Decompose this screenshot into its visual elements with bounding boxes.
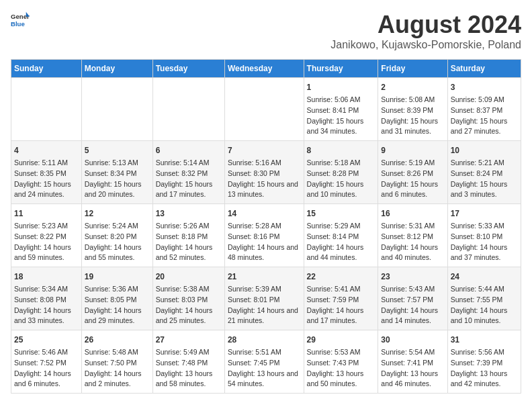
calendar-cell: 19Sunrise: 5:36 AMSunset: 8:05 PMDayligh… bbox=[81, 267, 152, 330]
calendar-cell: 20Sunrise: 5:38 AMSunset: 8:03 PMDayligh… bbox=[152, 267, 224, 330]
day-number: 6 bbox=[156, 144, 222, 156]
day-number: 21 bbox=[228, 271, 301, 283]
day-info: Sunrise: 5:38 AMSunset: 8:03 PMDaylight:… bbox=[156, 284, 222, 326]
calendar-cell bbox=[81, 78, 152, 141]
calendar-cell: 2Sunrise: 5:08 AMSunset: 8:39 PMDaylight… bbox=[378, 78, 447, 141]
col-header-friday: Friday bbox=[378, 60, 447, 78]
day-info: Sunrise: 5:29 AMSunset: 8:14 PMDaylight:… bbox=[307, 221, 375, 263]
day-number: 7 bbox=[228, 144, 301, 156]
day-number: 2 bbox=[381, 81, 444, 93]
calendar-week-row: 25Sunrise: 5:46 AMSunset: 7:52 PMDayligh… bbox=[11, 330, 521, 394]
day-number: 10 bbox=[451, 144, 518, 156]
calendar-cell: 24Sunrise: 5:44 AMSunset: 7:55 PMDayligh… bbox=[447, 267, 521, 330]
calendar-cell: 10Sunrise: 5:21 AMSunset: 8:24 PMDayligh… bbox=[447, 141, 521, 204]
day-info: Sunrise: 5:06 AMSunset: 8:41 PMDaylight:… bbox=[307, 95, 375, 137]
day-info: Sunrise: 5:56 AMSunset: 7:39 PMDaylight:… bbox=[451, 347, 518, 390]
calendar-cell: 30Sunrise: 5:54 AMSunset: 7:41 PMDayligh… bbox=[378, 330, 447, 394]
calendar-cell: 13Sunrise: 5:26 AMSunset: 8:18 PMDayligh… bbox=[152, 204, 224, 267]
day-info: Sunrise: 5:41 AMSunset: 7:59 PMDaylight:… bbox=[307, 284, 375, 326]
day-number: 14 bbox=[228, 208, 301, 220]
day-number: 23 bbox=[381, 271, 444, 283]
day-number: 28 bbox=[228, 334, 301, 346]
calendar-cell: 29Sunrise: 5:53 AMSunset: 7:43 PMDayligh… bbox=[304, 330, 378, 394]
day-info: Sunrise: 5:39 AMSunset: 8:01 PMDaylight:… bbox=[228, 284, 301, 326]
col-header-wednesday: Wednesday bbox=[224, 60, 304, 78]
day-number: 27 bbox=[156, 334, 222, 346]
day-info: Sunrise: 5:36 AMSunset: 8:05 PMDaylight:… bbox=[85, 284, 150, 326]
day-info: Sunrise: 5:48 AMSunset: 7:50 PMDaylight:… bbox=[85, 347, 150, 390]
col-header-saturday: Saturday bbox=[447, 60, 521, 78]
day-number: 9 bbox=[381, 144, 444, 156]
day-info: Sunrise: 5:43 AMSunset: 7:57 PMDaylight:… bbox=[381, 284, 444, 326]
day-number: 31 bbox=[451, 334, 518, 346]
calendar-cell: 26Sunrise: 5:48 AMSunset: 7:50 PMDayligh… bbox=[81, 330, 152, 394]
calendar-cell: 18Sunrise: 5:34 AMSunset: 8:08 PMDayligh… bbox=[11, 267, 82, 330]
day-info: Sunrise: 5:28 AMSunset: 8:16 PMDaylight:… bbox=[228, 221, 301, 263]
day-info: Sunrise: 5:26 AMSunset: 8:18 PMDaylight:… bbox=[156, 221, 222, 263]
day-info: Sunrise: 5:54 AMSunset: 7:41 PMDaylight:… bbox=[381, 347, 444, 390]
calendar-cell: 3Sunrise: 5:09 AMSunset: 8:37 PMDaylight… bbox=[447, 78, 521, 141]
day-number: 19 bbox=[85, 271, 150, 283]
calendar-cell: 16Sunrise: 5:31 AMSunset: 8:12 PMDayligh… bbox=[378, 204, 447, 267]
col-header-tuesday: Tuesday bbox=[152, 60, 224, 78]
day-number: 5 bbox=[85, 144, 150, 156]
calendar-cell: 9Sunrise: 5:19 AMSunset: 8:26 PMDaylight… bbox=[378, 141, 447, 204]
calendar-cell bbox=[11, 78, 82, 141]
logo-icon: General Blue bbox=[11, 11, 30, 30]
svg-text:Blue: Blue bbox=[11, 20, 25, 28]
page-header: General Blue August 2024 Janikowo, Kujaw… bbox=[11, 11, 521, 51]
col-header-thursday: Thursday bbox=[304, 60, 378, 78]
day-info: Sunrise: 5:09 AMSunset: 8:37 PMDaylight:… bbox=[451, 95, 518, 137]
day-info: Sunrise: 5:21 AMSunset: 8:24 PMDaylight:… bbox=[451, 158, 518, 200]
calendar-cell: 6Sunrise: 5:14 AMSunset: 8:32 PMDaylight… bbox=[152, 141, 224, 204]
day-info: Sunrise: 5:19 AMSunset: 8:26 PMDaylight:… bbox=[381, 158, 444, 200]
calendar-week-row: 1Sunrise: 5:06 AMSunset: 8:41 PMDaylight… bbox=[11, 78, 521, 141]
day-number: 30 bbox=[381, 334, 444, 346]
day-info: Sunrise: 5:11 AMSunset: 8:35 PMDaylight:… bbox=[14, 158, 79, 200]
day-info: Sunrise: 5:18 AMSunset: 8:28 PMDaylight:… bbox=[307, 158, 375, 200]
day-number: 3 bbox=[451, 81, 518, 93]
calendar-cell: 23Sunrise: 5:43 AMSunset: 7:57 PMDayligh… bbox=[378, 267, 447, 330]
day-info: Sunrise: 5:14 AMSunset: 8:32 PMDaylight:… bbox=[156, 158, 222, 200]
day-info: Sunrise: 5:44 AMSunset: 7:55 PMDaylight:… bbox=[451, 284, 518, 326]
day-info: Sunrise: 5:53 AMSunset: 7:43 PMDaylight:… bbox=[307, 347, 375, 390]
day-number: 13 bbox=[156, 208, 222, 220]
day-number: 4 bbox=[14, 144, 79, 156]
calendar-cell: 7Sunrise: 5:16 AMSunset: 8:30 PMDaylight… bbox=[224, 141, 304, 204]
calendar-cell bbox=[224, 78, 304, 141]
day-number: 25 bbox=[14, 334, 79, 346]
calendar-week-row: 4Sunrise: 5:11 AMSunset: 8:35 PMDaylight… bbox=[11, 141, 521, 204]
calendar-cell: 14Sunrise: 5:28 AMSunset: 8:16 PMDayligh… bbox=[224, 204, 304, 267]
day-info: Sunrise: 5:08 AMSunset: 8:39 PMDaylight:… bbox=[381, 95, 444, 137]
day-info: Sunrise: 5:33 AMSunset: 8:10 PMDaylight:… bbox=[451, 221, 518, 263]
day-number: 26 bbox=[85, 334, 150, 346]
day-number: 22 bbox=[307, 271, 375, 283]
day-info: Sunrise: 5:24 AMSunset: 8:20 PMDaylight:… bbox=[85, 221, 150, 263]
calendar-week-row: 18Sunrise: 5:34 AMSunset: 8:08 PMDayligh… bbox=[11, 267, 521, 330]
day-number: 29 bbox=[307, 334, 375, 346]
calendar-week-row: 11Sunrise: 5:23 AMSunset: 8:22 PMDayligh… bbox=[11, 204, 521, 267]
title-block: August 2024 Janikowo, Kujawsko-Pomorskie… bbox=[330, 11, 521, 51]
day-info: Sunrise: 5:31 AMSunset: 8:12 PMDaylight:… bbox=[381, 221, 444, 263]
calendar-cell bbox=[152, 78, 224, 141]
logo: General Blue bbox=[11, 11, 30, 30]
day-info: Sunrise: 5:23 AMSunset: 8:22 PMDaylight:… bbox=[14, 221, 79, 263]
day-number: 20 bbox=[156, 271, 222, 283]
calendar-cell: 21Sunrise: 5:39 AMSunset: 8:01 PMDayligh… bbox=[224, 267, 304, 330]
calendar-table: SundayMondayTuesdayWednesdayThursdayFrid… bbox=[11, 59, 521, 394]
calendar-header-row: SundayMondayTuesdayWednesdayThursdayFrid… bbox=[11, 60, 521, 78]
day-info: Sunrise: 5:49 AMSunset: 7:48 PMDaylight:… bbox=[156, 347, 222, 390]
location-subtitle: Janikowo, Kujawsko-Pomorskie, Poland bbox=[330, 39, 521, 51]
calendar-cell: 1Sunrise: 5:06 AMSunset: 8:41 PMDaylight… bbox=[304, 78, 378, 141]
calendar-cell: 17Sunrise: 5:33 AMSunset: 8:10 PMDayligh… bbox=[447, 204, 521, 267]
day-number: 24 bbox=[451, 271, 518, 283]
calendar-cell: 15Sunrise: 5:29 AMSunset: 8:14 PMDayligh… bbox=[304, 204, 378, 267]
col-header-sunday: Sunday bbox=[11, 60, 82, 78]
day-number: 12 bbox=[85, 208, 150, 220]
calendar-cell: 31Sunrise: 5:56 AMSunset: 7:39 PMDayligh… bbox=[447, 330, 521, 394]
day-number: 1 bbox=[307, 81, 375, 93]
calendar-cell: 8Sunrise: 5:18 AMSunset: 8:28 PMDaylight… bbox=[304, 141, 378, 204]
day-number: 17 bbox=[451, 208, 518, 220]
calendar-cell: 11Sunrise: 5:23 AMSunset: 8:22 PMDayligh… bbox=[11, 204, 82, 267]
day-info: Sunrise: 5:16 AMSunset: 8:30 PMDaylight:… bbox=[228, 158, 301, 200]
